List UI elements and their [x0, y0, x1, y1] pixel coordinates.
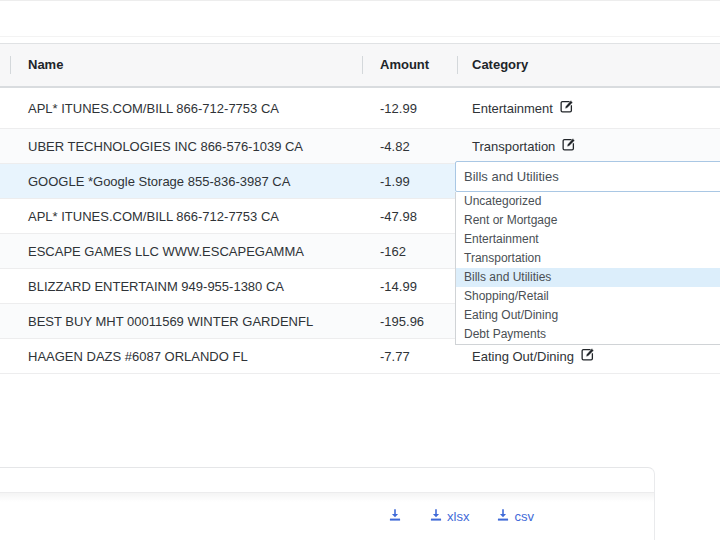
transaction-amount: -162: [380, 234, 406, 268]
category-label: Transportation: [472, 139, 555, 154]
column-header-name[interactable]: Name: [28, 44, 63, 86]
edit-icon[interactable]: [560, 100, 573, 116]
download-icon: [496, 508, 510, 525]
dropdown-option[interactable]: Transportation: [456, 249, 720, 268]
table-row[interactable]: APL* ITUNES.COM/BILL 866-712-7753 CA -12…: [0, 88, 720, 129]
dropdown-option[interactable]: Rent or Mortgage: [456, 211, 720, 230]
column-separator: [457, 56, 458, 74]
dropdown-option[interactable]: Shopping/Retail: [456, 287, 720, 306]
column-separator: [10, 56, 11, 74]
section-faint-divider: [0, 36, 720, 37]
transaction-amount: -7.77: [380, 339, 410, 373]
download-icon: [429, 508, 443, 525]
download-button[interactable]: [388, 508, 402, 525]
transaction-name: APL* ITUNES.COM/BILL 866-712-7753 CA: [28, 199, 279, 233]
export-card: [0, 467, 655, 540]
column-separator: [362, 56, 363, 74]
download-xlsx-label: xlsx: [447, 509, 469, 524]
download-csv-label: csv: [514, 509, 534, 524]
table-row[interactable]: UBER TECHNOLOGIES INC 866-576-1039 CA -4…: [0, 129, 720, 164]
dropdown-option[interactable]: Uncategorized: [456, 192, 720, 211]
edit-icon[interactable]: [562, 138, 575, 154]
transaction-amount: -1.99: [380, 164, 410, 198]
download-icon: [388, 508, 402, 525]
dropdown-option[interactable]: Debt Payments: [456, 325, 720, 344]
category-label: Eating Out/Dining: [472, 349, 574, 364]
transaction-amount: -12.99: [380, 88, 417, 128]
transaction-name: HAAGEN DAZS #6087 ORLANDO FL: [28, 339, 248, 373]
transaction-name: APL* ITUNES.COM/BILL 866-712-7753 CA: [28, 88, 279, 128]
download-xlsx-button[interactable]: xlsx: [429, 508, 469, 525]
transaction-amount: -47.98: [380, 199, 417, 233]
card-header-shadow: [0, 493, 654, 502]
dropdown-option-selected[interactable]: Bills and Utilities: [456, 268, 720, 287]
transactions-screen: Name Amount Category APL* ITUNES.COM/BIL…: [0, 0, 720, 540]
edit-icon[interactable]: [581, 348, 594, 364]
category-dropdown: Uncategorized Rent or Mortgage Entertain…: [455, 192, 720, 345]
transaction-amount: -14.99: [380, 269, 417, 303]
category-label: Entertainment: [472, 101, 553, 116]
column-header-amount[interactable]: Amount: [380, 44, 429, 86]
transaction-name: BLIZZARD ENTERTAINM 949-955-1380 CA: [28, 269, 284, 303]
transaction-name: GOOGLE *Google Storage 855-836-3987 CA: [28, 164, 290, 198]
column-header-category[interactable]: Category: [472, 44, 528, 86]
export-toolbar: xlsx csv: [388, 508, 534, 525]
dropdown-option[interactable]: Entertainment: [456, 230, 720, 249]
transaction-name: UBER TECHNOLOGIES INC 866-576-1039 CA: [28, 129, 303, 163]
transaction-name: ESCAPE GAMES LLC WWW.ESCAPEGAMMA: [28, 234, 304, 268]
transaction-amount: -195.96: [380, 304, 424, 338]
transaction-category[interactable]: Entertainment: [472, 88, 573, 128]
table-header: Name Amount Category: [0, 44, 720, 88]
transaction-category[interactable]: Transportation: [472, 129, 575, 163]
transaction-name: BEST BUY MHT 00011569 WINTER GARDENFL: [28, 304, 313, 338]
top-hairline: [0, 0, 720, 1]
transaction-amount: -4.82: [380, 129, 410, 163]
category-edit-input[interactable]: [455, 161, 720, 192]
dropdown-option[interactable]: Eating Out/Dining: [456, 306, 720, 325]
download-csv-button[interactable]: csv: [496, 508, 534, 525]
